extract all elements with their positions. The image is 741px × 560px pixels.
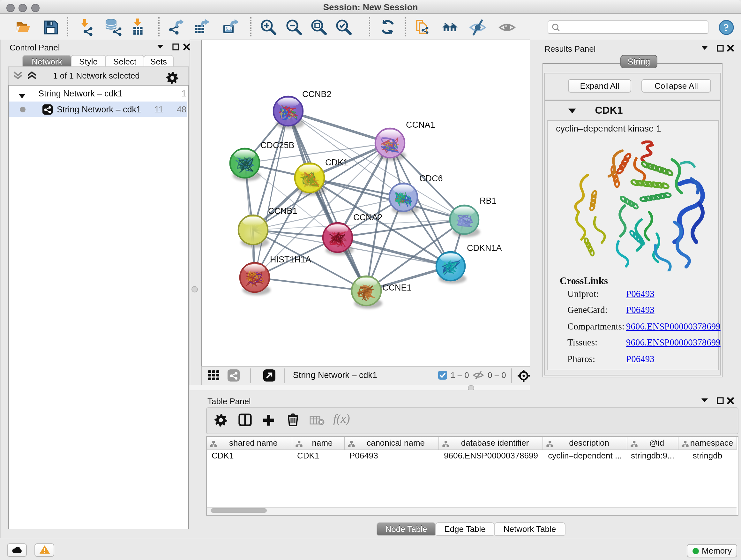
svg-text:CDC25B: CDC25B <box>260 140 294 150</box>
svg-text:CCNE1: CCNE1 <box>382 283 412 293</box>
svg-text:CCNA2: CCNA2 <box>353 212 383 222</box>
svg-text:CCNB1: CCNB1 <box>268 206 297 216</box>
svg-text:?: ? <box>724 22 729 34</box>
svg-text:HIST1H1A: HIST1H1A <box>270 255 311 264</box>
svg-text:CDKN1A: CDKN1A <box>467 243 502 253</box>
svg-text:CDC6: CDC6 <box>419 174 443 183</box>
svg-text:RB1: RB1 <box>480 196 496 206</box>
svg-text:CCNA1: CCNA1 <box>406 120 435 130</box>
svg-text:CCNB2: CCNB2 <box>302 89 332 99</box>
svg-text:CDK1: CDK1 <box>325 158 348 167</box>
